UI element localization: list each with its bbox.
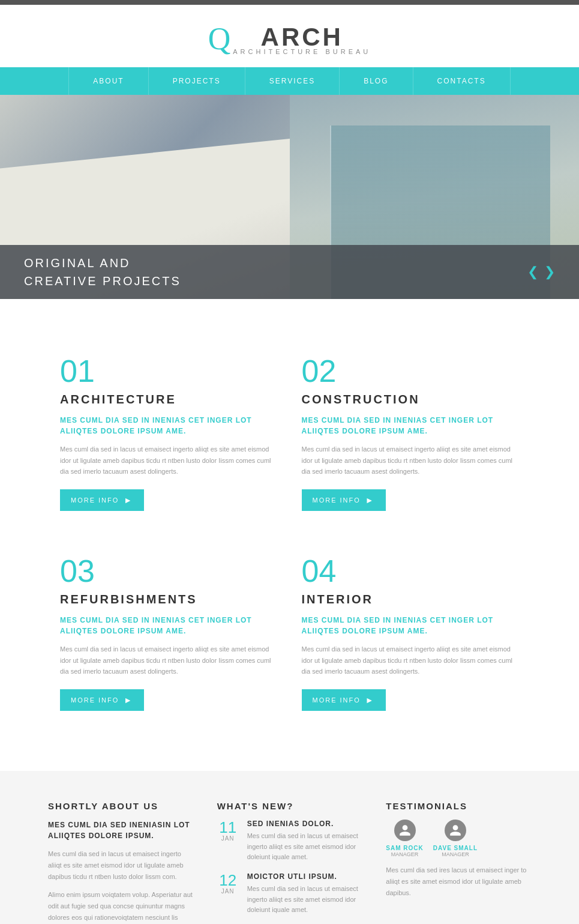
more-info-label-1: MORE INFO xyxy=(71,497,119,504)
service-title-1: ARCHITECTURE xyxy=(60,393,278,406)
about-subtitle: MES CUML DIA SED INENIASIN LOT ALIIQTES … xyxy=(48,820,193,841)
about-para1: Mes cuml dia sed in lacus ut emaisect in… xyxy=(48,848,193,882)
nav-contacts[interactable]: CONTACTS xyxy=(413,67,511,95)
about-column: SHORTLY ABOUT US MES CUML DIA SED INENIA… xyxy=(48,801,193,924)
service-title-3: REFURBISHMENTS xyxy=(60,593,278,606)
service-title-2: CONSTRUCTION xyxy=(302,393,520,406)
header: Q ARCH ARCHITECTURE BUREAU xyxy=(0,5,579,67)
service-desc-4: Mes cuml dia sed in lacus ut emaisect in… xyxy=(302,644,520,677)
more-info-label-3: MORE INFO xyxy=(71,696,119,704)
service-subtitle-4: MES CUML DIA SED IN INENIAS CET INGER LO… xyxy=(302,615,520,636)
services-grid: 01 ARCHITECTURE MES CUML DIA SED IN INEN… xyxy=(0,299,579,771)
news-content-1: SED INENIAS DOLOR. Mes cuml dia sed in l… xyxy=(247,820,362,863)
more-info-label-2: MORE INFO xyxy=(313,497,361,504)
service-desc-3: Mes cuml dia sed in lacus ut emaisect in… xyxy=(60,644,278,677)
testimonials-heading: Testimonials xyxy=(386,801,531,811)
person-icon-sam xyxy=(394,820,416,841)
service-num-2: 02 xyxy=(302,353,520,389)
service-num-4: 04 xyxy=(302,553,520,589)
service-desc-2: Mes cuml dia sed in lacus ut emaisect in… xyxy=(302,444,520,477)
person-dave[interactable]: DAVE SMALL MANAGER xyxy=(433,820,478,857)
news-column: WHAT'S NEW? 11 JAN SED INENIAS DOLOR. Me… xyxy=(217,801,362,924)
service-interior: 04 INTERIOR MES CUML DIA SED IN INENIAS … xyxy=(290,535,532,735)
testimonials-column: Testimonials SAM ROCK MANAGER DAVE SMALL… xyxy=(386,801,531,924)
service-subtitle-3: MES CUML DIA SED IN INENIAS CET INGER LO… xyxy=(60,615,278,636)
news-date-1: 11 JAN xyxy=(217,820,239,863)
news-day-1: 11 xyxy=(217,820,239,835)
about-heading: SHORTLY ABOUT US xyxy=(48,801,193,811)
nav-blog[interactable]: BLOG xyxy=(340,67,413,95)
news-desc-2: Mes cuml dia sed in lacus ut emaisect in… xyxy=(247,884,362,916)
hero-section: ORIGINAL AND CREATIVE PROJECTS ❮ ❯ xyxy=(0,95,579,299)
news-item-2: 12 JAN MOICTOR UTLI IPSUM. Mes cuml dia … xyxy=(217,872,362,916)
arrow-icon-1: ► xyxy=(124,495,133,505)
person-icon-dave xyxy=(445,820,466,841)
nav-projects[interactable]: PROJECTS xyxy=(149,67,245,95)
logo-arch: ARCH xyxy=(261,23,343,51)
news-title-1: SED INENIAS DOLOR. xyxy=(247,820,362,828)
news-date-2: 12 JAN xyxy=(217,872,239,916)
news-item-1: 11 JAN SED INENIAS DOLOR. Mes cuml dia s… xyxy=(217,820,362,863)
service-architecture: 01 ARCHITECTURE MES CUML DIA SED IN INEN… xyxy=(48,335,290,535)
about-para2: Alimo enim ipsum voiqtatem volup. Asperi… xyxy=(48,889,193,924)
hero-line1: ORIGINAL AND xyxy=(24,256,131,270)
logo: Q ARCH ARCHITECTURE BUREAU xyxy=(208,23,371,55)
news-desc-1: Mes cuml dia sed in lacus ut emaisect in… xyxy=(247,831,362,863)
person-sam[interactable]: SAM ROCK MANAGER xyxy=(386,820,423,857)
testimonials-people: SAM ROCK MANAGER DAVE SMALL MANAGER xyxy=(386,820,531,857)
person-avatar-icon-sam xyxy=(398,824,412,837)
nav-about[interactable]: ABOUT xyxy=(68,67,148,95)
arrow-icon-2: ► xyxy=(365,495,375,505)
person-name-sam: SAM ROCK xyxy=(386,845,423,851)
logo-sub: ARCHITECTURE BUREAU xyxy=(233,48,371,55)
news-heading: WHAT'S NEW? xyxy=(217,801,362,811)
news-content-2: MOICTOR UTLI IPSUM. Mes cuml dia sed in … xyxy=(247,872,362,916)
nav-services[interactable]: SERVICES xyxy=(245,67,340,95)
service-desc-1: Mes cuml dia sed in lacus ut emaisect in… xyxy=(60,444,278,477)
hero-line2: CREATIVE PROJECTS xyxy=(24,274,181,288)
service-num-1: 01 xyxy=(60,353,278,389)
top-bar xyxy=(0,0,579,5)
logo-q: Q xyxy=(208,23,231,55)
person-avatar-icon-dave xyxy=(449,824,462,837)
more-info-button-2[interactable]: MORE INFO ► xyxy=(302,489,386,511)
service-subtitle-2: MES CUML DIA SED IN INENIAS CET INGER LO… xyxy=(302,415,520,436)
hero-next-button[interactable]: ❯ xyxy=(544,264,555,280)
service-refurbishments: 03 REFURBISHMENTS MES CUML DIA SED IN IN… xyxy=(48,535,290,735)
service-title-4: INTERIOR xyxy=(302,593,520,606)
news-day-2: 12 xyxy=(217,872,239,888)
hero-text: ORIGINAL AND CREATIVE PROJECTS xyxy=(24,254,181,290)
more-info-button-1[interactable]: MORE INFO ► xyxy=(60,489,144,511)
arrow-icon-3: ► xyxy=(124,695,133,705)
hero-prev-button[interactable]: ❮ xyxy=(527,264,538,280)
person-name-dave: DAVE SMALL xyxy=(433,845,478,851)
more-info-button-3[interactable]: MORE INFO ► xyxy=(60,689,144,711)
testimonial-text: Mes cuml dia sed ires lacus ut emaisect … xyxy=(386,865,531,898)
more-info-label-4: MORE INFO xyxy=(313,696,361,704)
arrow-icon-4: ► xyxy=(365,695,375,705)
service-num-3: 03 xyxy=(60,553,278,589)
hero-navigation: ❮ ❯ xyxy=(527,264,555,280)
bottom-section: SHORTLY ABOUT US MES CUML DIA SED INENIA… xyxy=(0,771,579,924)
main-nav: ABOUT PROJECTS SERVICES BLOG CONTACTS xyxy=(0,67,579,95)
more-info-button-4[interactable]: MORE INFO ► xyxy=(302,689,386,711)
service-construction: 02 CONSTRUCTION MES CUML DIA SED IN INEN… xyxy=(290,335,532,535)
person-role-sam: MANAGER xyxy=(386,851,423,857)
hero-overlay: ORIGINAL AND CREATIVE PROJECTS ❮ ❯ xyxy=(0,245,579,299)
news-title-2: MOICTOR UTLI IPSUM. xyxy=(247,872,362,881)
person-role-dave: MANAGER xyxy=(433,851,478,857)
service-subtitle-1: MES CUML DIA SED IN INENIAS CET INGER LO… xyxy=(60,415,278,436)
